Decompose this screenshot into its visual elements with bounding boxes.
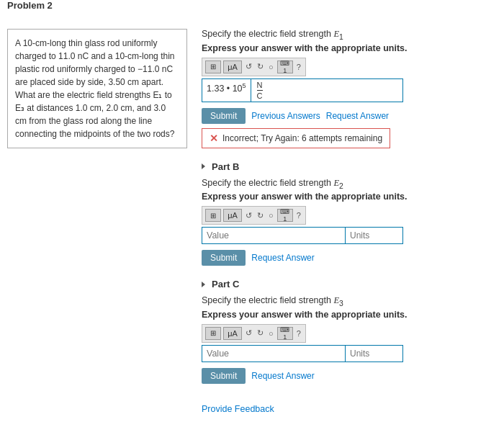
request-answer-link-b[interactable]: Request Answer [251, 253, 314, 263]
answer-input-row-c [202, 345, 403, 362]
btn-row-b: Submit Request Answer [202, 250, 497, 266]
error-box-a: ✕ Incorrect; Try Again: 6 attempts remai… [202, 128, 390, 148]
answer-units-input-c[interactable] [345, 346, 402, 362]
part-c-header: Part C [202, 279, 497, 289]
toolbar-a: ⊞ μA ↺ ↻ ○ ⌨ 1 ? [202, 58, 306, 76]
provide-feedback-link[interactable]: Provide Feedback [202, 397, 274, 421]
express-label-b: Express your answer with the appropriate… [202, 192, 497, 202]
reset-icon-b[interactable]: ○ [267, 211, 275, 220]
problem-text: A 10-cm-long thin glass rod uniformly ch… [7, 29, 187, 148]
keyboard-button-c[interactable]: ⌨ 1 [277, 327, 293, 340]
request-answer-link-c[interactable]: Request Answer [251, 371, 314, 381]
toolbar-b: ⊞ μA ↺ ↻ ○ ⌨ 1 ? [202, 206, 306, 225]
collapse-arrow-b[interactable] [202, 163, 205, 169]
reset-icon-c[interactable]: ○ [267, 329, 275, 338]
previous-answers-link-a[interactable]: Previous Answers [251, 111, 320, 121]
keyboard-button-a[interactable]: ⌨ 1 [277, 60, 293, 73]
fraction-num-a: N [257, 81, 263, 91]
answer-value-a: 1.33 • 105 [202, 79, 251, 102]
redo-icon-c[interactable]: ↻ [256, 328, 265, 338]
grid-button-c[interactable]: ⊞ [205, 327, 221, 340]
redo-icon-b[interactable]: ↻ [256, 211, 265, 220]
request-answer-link-a[interactable]: Request Answer [326, 111, 389, 121]
undo-icon-b[interactable]: ↺ [244, 211, 253, 220]
answer-value-input-b[interactable] [202, 228, 345, 243]
specify-label-a: Specify the electric field strength E1 [202, 29, 497, 41]
answer-input-row-b [202, 227, 403, 244]
redo-icon-a[interactable]: ↻ [256, 62, 265, 71]
answer-units-input-b[interactable] [345, 228, 402, 243]
specify-label-b: Specify the electric field strength E2 [202, 178, 497, 190]
error-icon-a: ✕ [210, 133, 218, 144]
express-label-c: Express your answer with the appropriate… [202, 310, 497, 320]
submit-button-b[interactable]: Submit [202, 250, 246, 266]
part-b-section: Part B Specify the electric field streng… [202, 161, 497, 266]
undo-icon-a[interactable]: ↺ [244, 62, 253, 71]
undo-icon-c[interactable]: ↺ [244, 328, 253, 338]
collapse-arrow-c[interactable] [202, 282, 205, 287]
help-icon-b[interactable]: ? [295, 211, 302, 220]
btn-row-a: Submit Previous Answers Request Answer [202, 108, 497, 124]
submit-button-a[interactable]: Submit [202, 108, 246, 124]
problem-number: Problem 2 [0, 0, 504, 11]
grid-button-b[interactable]: ⊞ [205, 209, 221, 222]
mu-button-a[interactable]: μA [223, 60, 242, 73]
fraction-display-a: N C [251, 79, 269, 102]
error-message-a: Incorrect; Try Again: 6 attempts remaini… [222, 133, 382, 143]
toolbar-c: ⊞ μA ↺ ↻ ○ ⌨ 1 ? [202, 324, 306, 343]
part-c-section: Part C Specify the electric field streng… [202, 279, 497, 384]
fraction-den-a: C [257, 91, 263, 100]
specify-label-c: Specify the electric field strength E3 [202, 295, 497, 307]
answer-input-row-a: 1.33 • 105 N C [202, 78, 403, 102]
grid-button-a[interactable]: ⊞ [205, 60, 221, 73]
reset-icon-a[interactable]: ○ [267, 63, 275, 71]
help-icon-a[interactable]: ? [295, 63, 302, 71]
part-a-section: Specify the electric field strength E1 E… [202, 29, 497, 148]
submit-button-c[interactable]: Submit [202, 368, 246, 384]
express-label-a: Express your answer with the appropriate… [202, 43, 497, 53]
btn-row-c: Submit Request Answer [202, 368, 497, 384]
part-b-header: Part B [202, 161, 497, 172]
mu-button-b[interactable]: μA [223, 209, 242, 222]
mu-button-c[interactable]: μA [223, 327, 242, 340]
help-icon-c[interactable]: ? [295, 329, 302, 338]
answer-value-input-c[interactable] [202, 346, 345, 362]
keyboard-button-b[interactable]: ⌨ 1 [277, 209, 293, 222]
